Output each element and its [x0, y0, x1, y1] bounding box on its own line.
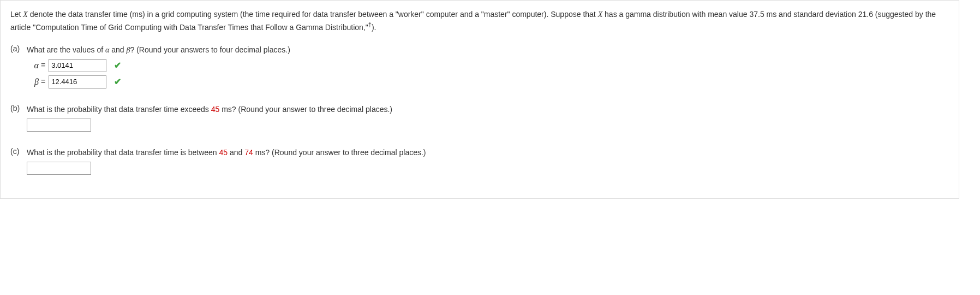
check-icon: ✔	[114, 75, 121, 88]
part-a: (a) What are the values of α and β? (Rou…	[10, 44, 949, 88]
part-c: (c) What is the probability that data tr…	[10, 147, 949, 175]
check-icon: ✔	[114, 59, 121, 72]
part-b-label: (b)	[10, 104, 27, 113]
alpha-answer-row: α = ✔	[27, 59, 949, 72]
beta-answer-row: β = ✔	[27, 75, 949, 88]
value-45: 45	[211, 105, 220, 114]
beta-equals: =	[41, 76, 45, 87]
value-74: 74	[244, 148, 253, 157]
part-b-input[interactable]	[27, 119, 91, 132]
problem-text-1: Let	[10, 10, 23, 19]
part-b-answer-row	[27, 119, 949, 132]
alpha-label: α	[27, 59, 39, 72]
beta-label: β	[27, 75, 39, 88]
pc-text-3: ms? (Round your answer to three decimal …	[253, 148, 426, 157]
pb-text-2: ms? (Round your answer to three decimal …	[219, 105, 392, 114]
beta-input[interactable]	[49, 75, 106, 88]
problem-text-4: ).	[372, 23, 377, 32]
pa-text-3: ? (Round your answers to four decimal pl…	[130, 45, 290, 54]
part-c-question: What is the probability that data transf…	[27, 147, 949, 175]
part-b: (b) What is the probability that data tr…	[10, 104, 949, 132]
pc-text-2: and	[228, 148, 244, 157]
part-c-label: (c)	[10, 147, 27, 156]
part-a-question: What are the values of α and β? (Round y…	[27, 44, 949, 88]
pc-text-1: What is the probability that data transf…	[27, 148, 219, 157]
variable-x: X	[23, 10, 28, 19]
value-45b: 45	[219, 148, 228, 157]
question-container: Let X denote the data transfer time (ms)…	[0, 0, 959, 199]
pa-text-2: and	[109, 45, 126, 54]
pa-text-1: What are the values of	[27, 45, 105, 54]
problem-text-2: denote the data transfer time (ms) in a …	[28, 10, 598, 19]
part-c-input[interactable]	[27, 162, 91, 175]
pb-text-1: What is the probability that data transf…	[27, 105, 211, 114]
problem-statement: Let X denote the data transfer time (ms)…	[10, 9, 949, 33]
part-c-answer-row	[27, 162, 949, 175]
alpha-input[interactable]	[49, 59, 106, 72]
alpha-equals: =	[41, 60, 45, 71]
part-b-question: What is the probability that data transf…	[27, 104, 949, 132]
part-a-label: (a)	[10, 44, 27, 53]
variable-x-2: X	[598, 10, 603, 19]
